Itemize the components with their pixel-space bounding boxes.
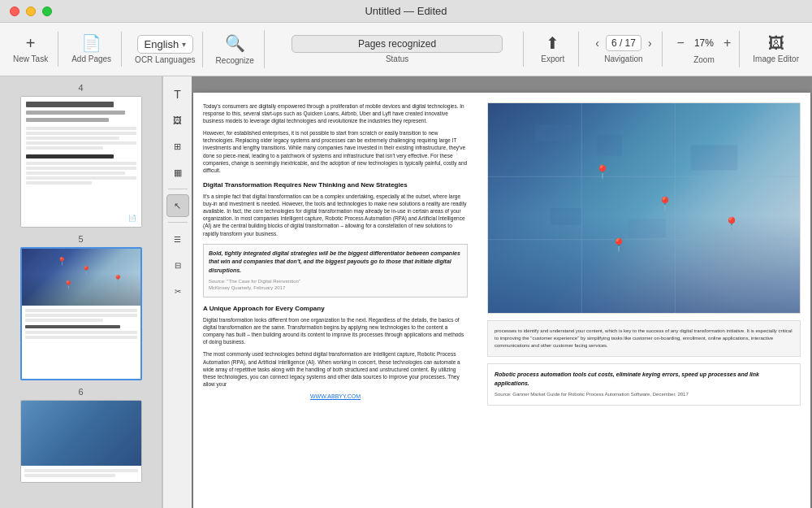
- page-6-container: 6: [0, 387, 162, 483]
- heading1: Digital Transformation Requires New Thin…: [203, 180, 468, 189]
- title-bar: Untitled — Edited: [0, 0, 812, 23]
- image-editor-icon: 🖼: [768, 35, 784, 51]
- status-bar: Pages recognized: [292, 35, 503, 53]
- export-label: Export: [541, 54, 564, 63]
- zoom-label: Zoom: [693, 55, 715, 64]
- map-pin-3: [613, 240, 624, 251]
- table-tool-button[interactable]: ⊞: [166, 135, 189, 158]
- navigation-label: Navigation: [604, 54, 642, 63]
- aerial-map-image: [487, 102, 801, 314]
- export-icon: ⬆: [546, 35, 559, 51]
- page-4-container: 4: [0, 83, 162, 228]
- chevron-down-icon: ▾: [182, 40, 186, 49]
- para4: Digital transformation looks different f…: [203, 316, 468, 345]
- image-editor-section[interactable]: 🖼 Image Editor: [746, 32, 806, 67]
- add-pages-label: Add Pages: [71, 54, 111, 63]
- page-content: Today's consumers are digitally empowere…: [193, 93, 810, 508]
- url-bar[interactable]: WWW.ABBYY.COM: [203, 393, 468, 401]
- page-5-container: 5 📍 📍 📍 📍: [0, 234, 162, 380]
- para5: The most commonly used technologies behi…: [203, 350, 468, 387]
- source-text: Source: "The Case for Digital Reinventio…: [209, 278, 462, 292]
- right-text-section: processes to identify and understand you…: [487, 320, 801, 357]
- heading2: A Unique Approach for Every Company: [203, 304, 468, 313]
- add-pages-section[interactable]: 📄 Add Pages: [65, 32, 122, 67]
- svg-rect-5: [597, 135, 622, 156]
- recognize-label: Recognize: [216, 56, 254, 65]
- zoom-out-button[interactable]: −: [676, 34, 686, 52]
- page-4-thumbnail[interactable]: 📄: [20, 96, 142, 228]
- tool-separator-1: [168, 189, 188, 189]
- right-quote-section: Robotic process automation tools cut cos…: [487, 363, 801, 406]
- right-image-column: processes to identify and understand you…: [477, 93, 810, 508]
- zoom-in-button[interactable]: +: [722, 34, 732, 52]
- svg-rect-8: [628, 219, 666, 237]
- new-task-icon: +: [26, 35, 36, 51]
- svg-rect-4: [535, 124, 572, 141]
- text-tool-button[interactable]: T: [166, 83, 189, 106]
- edit-tool-button[interactable]: ✂: [166, 280, 189, 302]
- zoom-value: 17%: [689, 37, 719, 49]
- toolbar: + New Task 📄 Add Pages English ▾ OCR Lan…: [0, 23, 812, 76]
- language-value: English: [145, 38, 179, 50]
- tool-separator-2: [168, 222, 188, 223]
- main-content: 4: [0, 76, 812, 508]
- new-task-section: + New Task: [6, 32, 58, 67]
- maximize-button[interactable]: [42, 7, 52, 16]
- close-button[interactable]: [10, 7, 19, 16]
- left-text-column: Today's consumers are digitally empowere…: [193, 93, 477, 508]
- magnify-icon: 🔍: [225, 33, 245, 53]
- intro-paragraph: Today's consumers are digitally empowere…: [203, 102, 468, 124]
- quote-text: Bold, tightly integrated digital strateg…: [209, 250, 462, 276]
- image-editor-label: Image Editor: [753, 54, 799, 63]
- select-tool-button[interactable]: ↖: [166, 194, 189, 217]
- map-pin-4: [726, 219, 737, 230]
- right-quote: Robotic process automation tools cut cos…: [495, 371, 793, 388]
- status-section: Pages recognized Status: [271, 32, 524, 67]
- zoom-controls: − 17% +: [676, 34, 733, 52]
- right-side-text: processes to identify and understand you…: [495, 328, 793, 350]
- status-label: Status: [386, 54, 408, 63]
- svg-rect-6: [691, 145, 738, 171]
- para3: It's a simple fact that digital transfor…: [203, 193, 468, 237]
- ocr-languages-section: English ▾ OCR Languages: [128, 32, 203, 67]
- map-pin-2: [659, 198, 671, 209]
- page-6-number: 6: [78, 387, 83, 397]
- recognize-section[interactable]: 🔍 Recognize: [209, 30, 265, 68]
- window-controls: [10, 7, 52, 16]
- layout-tool-button[interactable]: ☰: [166, 228, 189, 250]
- status-text: Pages recognized: [358, 38, 436, 50]
- navigation-section: ‹ 6 / 17 › Navigation: [585, 32, 662, 67]
- nav-page-display[interactable]: 6 / 17: [606, 35, 641, 51]
- minimize-button[interactable]: [26, 7, 36, 16]
- nav-prev-button[interactable]: ‹: [592, 35, 603, 51]
- nav-controls: ‹ 6 / 17 ›: [592, 35, 654, 51]
- new-task-label[interactable]: New Task: [13, 54, 48, 63]
- export-section[interactable]: ⬆ Export: [530, 32, 579, 67]
- table2-tool-button[interactable]: ⊟: [166, 254, 189, 276]
- right-source: Source: Gartner Market Guide for Robotic…: [495, 391, 793, 398]
- page-6-thumbnail[interactable]: [20, 400, 142, 483]
- window-title: Untitled — Edited: [365, 5, 447, 17]
- nav-next-button[interactable]: ›: [645, 35, 655, 51]
- right-tools-panel: T 🖼 ⊞ ▦ ↖ ☰ ⊟ ✂: [162, 76, 192, 508]
- map-pin-1: [597, 166, 608, 177]
- document-view[interactable]: Today's consumers are digitally empowere…: [192, 76, 812, 508]
- barcode-tool-button[interactable]: ▦: [166, 161, 189, 184]
- image-tool-button[interactable]: 🖼: [166, 109, 189, 132]
- svg-rect-7: [551, 208, 581, 225]
- ocr-label: OCR Languages: [135, 55, 196, 64]
- page-5-thumbnail[interactable]: 📍 📍 📍 📍: [20, 247, 142, 380]
- page-5-number: 5: [78, 234, 83, 244]
- zoom-section: − 17% + Zoom: [669, 31, 741, 67]
- page-4-number: 4: [78, 83, 83, 93]
- language-selector[interactable]: English ▾: [137, 35, 194, 54]
- add-pages-icon: 📄: [81, 35, 102, 51]
- page-sidebar: 4: [0, 76, 162, 508]
- para2: However, for established enterprises, it…: [203, 129, 468, 174]
